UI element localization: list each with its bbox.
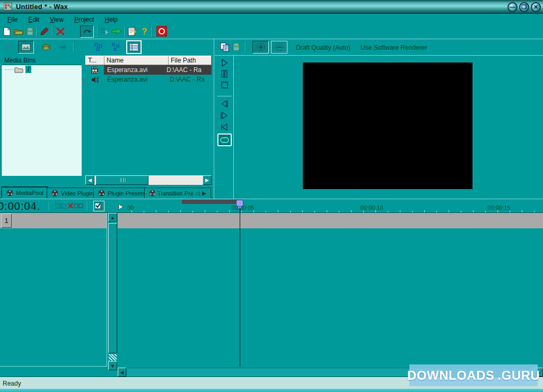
tab-scroll-right-icon[interactable]: ▶ [202, 190, 206, 196]
minimize-button[interactable]: — [507, 2, 518, 12]
film-icon [91, 67, 98, 74]
delete-squares-icon[interactable] [68, 203, 84, 209]
scroll-left-icon[interactable]: ◀ [85, 175, 94, 185]
reel-icon [98, 190, 105, 197]
import-arrow-icon[interactable] [58, 44, 68, 50]
playhead-marker[interactable] [236, 200, 243, 207]
col-filepath[interactable]: File Path [169, 56, 211, 65]
details-view-button[interactable] [126, 40, 142, 54]
go-start-icon[interactable] [220, 123, 229, 131]
file-list-hscrollbar[interactable]: ◀ ▶ [85, 175, 212, 185]
snap-button[interactable] [93, 201, 104, 211]
status-text: Ready [3, 380, 21, 387]
step-back-icon[interactable] [220, 100, 229, 108]
software-renderer-label[interactable]: Use Software Renderer [361, 44, 427, 51]
file-row-video[interactable]: Esperanza.avi D:\AAC - Ra [85, 65, 212, 75]
help-icon[interactable]: ? [141, 26, 148, 37]
timeline-header: 0:00:04. 00 00:00:05 00:00:10 00:00:15 [0, 200, 543, 213]
tab-transition-presets[interactable]: Transition Pres ◁ ▶ [144, 188, 211, 198]
playhead-line[interactable] [240, 207, 240, 367]
details-view-icon [129, 43, 139, 51]
media-bins-tree[interactable]: / [1, 65, 82, 176]
thumbnail-view-button[interactable] [18, 41, 34, 54]
delete-x-icon[interactable] [56, 28, 65, 35]
transport-controls [215, 56, 233, 199]
ruler-label: 00:00:15 [488, 204, 511, 211]
scroll-down-icon[interactable]: ▼ [108, 361, 117, 370]
file-row-audio[interactable]: Esperanza.avi D:\AAC - Ra [85, 75, 212, 84]
menu-bar: File Edit View Project Help [0, 14, 543, 24]
new-file-icon[interactable] [3, 27, 11, 36]
loop-button[interactable] [217, 133, 232, 146]
menu-help[interactable]: Help [100, 15, 122, 24]
snap-check-icon [95, 202, 103, 210]
main-toolbar: ? ? [0, 24, 543, 39]
folder-icon [14, 66, 23, 73]
dither-icon[interactable] [5, 43, 13, 50]
record-stop-icon[interactable] [156, 26, 167, 37]
close-button[interactable]: ✕ [531, 2, 541, 12]
ruler-label: 00:00:10 [361, 204, 383, 211]
open-folder-icon[interactable] [14, 28, 23, 35]
tab-plugin-presets[interactable]: Plugin Presets [93, 188, 150, 198]
save-icon[interactable] [26, 28, 34, 35]
time-display: 0:00:04. [0, 200, 40, 212]
reel-icon [149, 190, 155, 197]
tab-label: Transition Pres [157, 190, 193, 197]
media-bins-title: Media Bins [4, 57, 36, 64]
timeline-ruler[interactable]: 00 00:00:05 00:00:10 00:00:15 [118, 200, 543, 213]
video-preview[interactable] [303, 63, 472, 189]
menu-view[interactable]: View [46, 15, 68, 24]
small-icons-view-icon[interactable] [94, 43, 104, 51]
stop-icon[interactable] [221, 81, 228, 88]
select-list-icon[interactable] [100, 27, 110, 36]
window-title: Untitled * - Wax [16, 3, 68, 11]
tab-mediapool[interactable]: MediaPool [1, 186, 48, 198]
vscrollbar-track[interactable] [109, 354, 117, 361]
panel-divider[interactable] [214, 39, 214, 199]
track-1-row[interactable] [118, 213, 543, 228]
track-number[interactable]: 1 [1, 213, 12, 228]
stack-icon[interactable] [41, 43, 52, 51]
ruler-start-marker[interactable] [118, 203, 124, 210]
draft-quality-label[interactable]: Draft Quality (Auto) [296, 44, 351, 51]
list-view-icon[interactable] [111, 43, 121, 51]
zoom-in-button[interactable] [252, 41, 269, 54]
scrollbar-thumb[interactable] [95, 175, 148, 185]
app-icon [4, 3, 12, 11]
save-icon[interactable] [232, 43, 240, 51]
render-button[interactable] [80, 25, 94, 38]
timeline-vscrollbar[interactable]: ▲ ▼ [108, 213, 117, 370]
vscrollbar-thumb[interactable] [108, 223, 117, 353]
scroll-left-icon[interactable]: ◀ [118, 368, 126, 377]
tree-item-root[interactable]: / [25, 66, 31, 73]
copy-icon[interactable] [220, 42, 230, 52]
window-bottom-edge [0, 389, 543, 392]
menu-edit[interactable]: Edit [24, 15, 43, 24]
pause-icon[interactable] [221, 70, 228, 78]
context-help-icon[interactable]: ? [128, 27, 137, 36]
play-icon[interactable] [221, 59, 228, 67]
col-name[interactable]: Name [104, 56, 169, 65]
picture-icon [21, 43, 31, 51]
col-type[interactable]: T... [86, 56, 104, 65]
zoom-in-icon [256, 42, 266, 52]
speaker-icon [91, 76, 99, 83]
squares-pair-icon[interactable] [55, 203, 67, 209]
track-header: 1 [0, 213, 107, 228]
zoom-out-button[interactable] [271, 41, 287, 54]
tab-label: MediaPool [16, 190, 43, 196]
pencil-icon[interactable] [40, 27, 49, 36]
title-bar[interactable]: Untitled * - Wax — ❐ ✕ [0, 0, 543, 14]
forward-arrow-icon[interactable] [111, 28, 121, 34]
step-forward-icon[interactable] [220, 112, 229, 119]
menu-project[interactable]: Project [70, 15, 98, 24]
tab-scroll-left-icon[interactable]: ◁ [196, 190, 200, 196]
menu-file[interactable]: File [3, 15, 22, 24]
restore-button[interactable]: ❐ [519, 2, 529, 12]
tab-label: Video Plugins [61, 190, 97, 197]
scroll-up-icon[interactable]: ▲ [108, 213, 117, 222]
scroll-right-icon[interactable]: ▶ [203, 175, 212, 185]
file-path: D:\AAC - Ra [167, 66, 208, 74]
watermark: DOWNLOADS .GURU [409, 364, 538, 386]
